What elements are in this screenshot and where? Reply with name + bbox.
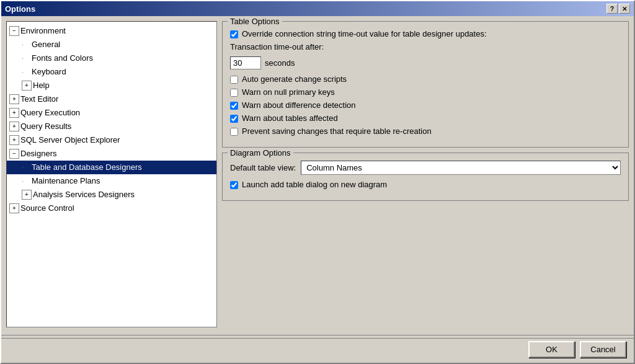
ok-button[interactable]: OK <box>528 341 575 358</box>
tree-item-analysis-services[interactable]: Analysis Services Designers <box>7 188 216 202</box>
options-dialog: Options ? ✕ Environment·General·Fonts an… <box>0 0 635 364</box>
expander-help[interactable] <box>22 81 32 91</box>
warn-null-row: Warn on null primary keys <box>230 87 621 97</box>
connector-general: · <box>22 38 29 51</box>
timeout-input[interactable]: 30 <box>230 56 261 69</box>
tree-label-keyboard: Keyboard <box>32 66 66 78</box>
tree-item-query-execution[interactable]: Query Execution <box>7 106 216 120</box>
title-bar-buttons: ? ✕ <box>606 4 630 14</box>
warn-tables-row: Warn about tables affected <box>230 113 621 123</box>
tree-label-help: Help <box>33 79 50 92</box>
tree-label-maintenance-plans: Maintenance Plans <box>32 175 100 187</box>
connector-maintenance-plans: · <box>22 175 29 187</box>
expander-environment[interactable] <box>9 26 19 36</box>
tree-item-help[interactable]: Help <box>7 79 216 92</box>
tree-item-maintenance-plans[interactable]: ·Maintenance Plans <box>7 174 216 188</box>
tree-label-fonts-colors: Fonts and Colors <box>32 52 93 64</box>
prevent-saving-row: Prevent saving changes that require tabl… <box>230 127 621 136</box>
tree-item-environment[interactable]: Environment <box>7 24 216 38</box>
prevent-saving-checkbox[interactable] <box>230 128 238 136</box>
tree-label-designers: Designers <box>20 148 57 160</box>
expander-sql-server-object-explorer[interactable] <box>9 135 19 145</box>
default-view-label: Default table view: <box>230 163 296 172</box>
override-checkbox[interactable] <box>230 30 238 38</box>
connector-keyboard: · <box>22 66 29 78</box>
tree-label-analysis-services: Analysis Services Designers <box>33 189 135 201</box>
tree-item-general[interactable]: ·General <box>7 38 216 51</box>
dialog-body: Environment·General·Fonts and Colors·Key… <box>1 16 634 332</box>
warn-tables-label: Warn about tables affected <box>242 113 338 123</box>
expander-query-results[interactable] <box>9 122 19 131</box>
launch-dialog-checkbox[interactable] <box>230 181 238 189</box>
table-options-group: Table Options Override connection string… <box>222 21 629 148</box>
table-options-content: Override connection string time-out valu… <box>230 29 621 136</box>
override-row: Override connection string time-out valu… <box>230 29 621 38</box>
expander-text-editor[interactable] <box>9 94 19 104</box>
expander-designers[interactable] <box>9 149 19 159</box>
timeout-unit: seconds <box>265 58 295 68</box>
override-label: Override connection string time-out valu… <box>242 29 487 38</box>
expander-query-execution[interactable] <box>9 108 19 118</box>
auto-generate-label: Auto generate change scripts <box>242 74 347 84</box>
expander-source-control[interactable] <box>9 203 19 213</box>
tree-label-query-results: Query Results <box>20 120 71 133</box>
launch-dialog-label: Launch add table dialog on new diagram <box>242 180 387 189</box>
cancel-button[interactable]: Cancel <box>580 341 626 358</box>
diagram-options-legend: Diagram Options <box>228 148 293 158</box>
tree-label-text-editor: Text Editor <box>20 93 58 105</box>
diagram-options-group: Diagram Options Default table view: Colu… <box>222 153 629 201</box>
warn-difference-row: Warn about difference detection <box>230 100 621 110</box>
tree-item-sql-server-object-explorer[interactable]: SQL Server Object Explorer <box>7 133 216 147</box>
tree-label-table-database-designers: Table and Database Designers <box>32 161 142 174</box>
launch-dialog-row: Launch add table dialog on new diagram <box>230 180 621 189</box>
transaction-label: Transaction time-out after: <box>230 42 621 51</box>
tree-item-keyboard[interactable]: ·Keyboard <box>7 65 216 79</box>
warn-difference-checkbox[interactable] <box>230 102 238 110</box>
auto-generate-row: Auto generate change scripts <box>230 74 621 84</box>
prevent-saving-label: Prevent saving changes that require tabl… <box>242 127 432 136</box>
tree-item-text-editor[interactable]: Text Editor <box>7 92 216 106</box>
tree-item-designers[interactable]: Designers <box>7 147 216 161</box>
title-bar: Options ? ✕ <box>1 1 634 16</box>
tree-item-table-database-designers[interactable]: ·Table and Database Designers <box>7 161 216 174</box>
dialog-footer: OK Cancel <box>1 338 634 363</box>
tree-panel: Environment·General·Fonts and Colors·Key… <box>6 21 217 327</box>
expander-analysis-services[interactable] <box>22 190 32 200</box>
warn-tables-checkbox[interactable] <box>230 115 238 123</box>
warn-null-label: Warn on null primary keys <box>242 87 335 97</box>
right-panel: Table Options Override connection string… <box>222 21 629 327</box>
help-button[interactable]: ? <box>606 4 618 14</box>
diagram-options-content: Default table view: Column Names Standar… <box>230 161 621 189</box>
connector-table-database-designers: · <box>22 161 29 174</box>
default-view-row: Default table view: Column Names Standar… <box>230 161 621 175</box>
connector-fonts-colors: · <box>22 52 29 64</box>
warn-null-checkbox[interactable] <box>230 89 238 97</box>
warn-difference-label: Warn about difference detection <box>242 100 356 110</box>
tree-item-source-control[interactable]: Source Control <box>7 202 216 215</box>
tree-item-fonts-colors[interactable]: ·Fonts and Colors <box>7 51 216 65</box>
default-view-select[interactable]: Column Names Standard Keys Name Only Cus… <box>301 161 621 175</box>
table-options-legend: Table Options <box>228 17 282 26</box>
tree-label-query-execution: Query Execution <box>20 107 80 119</box>
dialog-title: Options <box>5 4 35 14</box>
timeout-row: 30 seconds <box>230 56 621 69</box>
auto-generate-checkbox[interactable] <box>230 76 238 84</box>
footer-separator <box>1 335 634 335</box>
tree-label-sql-server-object-explorer: SQL Server Object Explorer <box>20 134 120 146</box>
tree-item-query-results[interactable]: Query Results <box>7 120 216 133</box>
tree-label-environment: Environment <box>20 25 66 37</box>
tree-label-general: General <box>32 38 60 51</box>
close-button[interactable]: ✕ <box>619 4 630 14</box>
tree-label-source-control: Source Control <box>20 202 74 215</box>
